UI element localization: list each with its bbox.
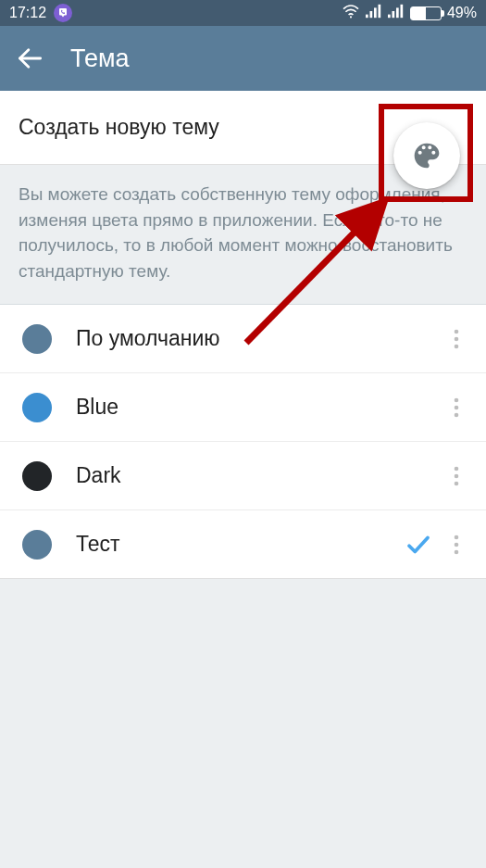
svg-point-12 (455, 344, 459, 348)
battery-icon (410, 6, 442, 20)
theme-more-button[interactable] (438, 389, 475, 426)
theme-more-button[interactable] (438, 458, 475, 495)
viber-notification-icon (54, 4, 72, 22)
statusbar-right: 49% (342, 4, 477, 22)
svg-point-0 (350, 16, 352, 18)
theme-label: Blue (52, 395, 438, 420)
svg-rect-3 (374, 7, 377, 18)
svg-rect-6 (392, 11, 394, 18)
svg-point-16 (455, 466, 459, 471)
theme-label: Dark (52, 463, 438, 488)
theme-row-blue[interactable]: Blue (0, 373, 486, 442)
svg-point-13 (455, 397, 459, 402)
svg-point-14 (455, 405, 459, 409)
battery-percent-label: 49% (447, 5, 477, 21)
theme-row-default[interactable]: По умолчанию (0, 305, 486, 373)
svg-point-21 (455, 549, 459, 554)
svg-point-20 (455, 542, 459, 547)
svg-point-17 (455, 473, 459, 478)
svg-rect-5 (388, 15, 391, 19)
svg-rect-7 (396, 7, 399, 18)
theme-selected-check-icon (405, 531, 438, 559)
theme-label: По умолчанию (52, 326, 438, 351)
signal-sim1-icon (366, 4, 382, 22)
svg-point-18 (455, 481, 459, 485)
svg-rect-1 (366, 15, 368, 19)
theme-swatch (22, 393, 52, 422)
statusbar-left: 17:12 (9, 4, 72, 22)
theme-more-button[interactable] (438, 526, 475, 563)
theme-list: По умолчанию Blue Dark Тест (0, 305, 486, 579)
statusbar: 17:12 49% (0, 0, 486, 26)
wifi-icon (342, 4, 360, 22)
theme-more-button[interactable] (438, 321, 475, 358)
back-arrow-icon[interactable] (17, 45, 43, 71)
theme-label: Тест (52, 532, 405, 557)
theme-swatch (22, 530, 52, 560)
palette-icon (412, 141, 442, 170)
svg-rect-4 (378, 5, 380, 18)
svg-point-11 (455, 336, 459, 341)
svg-rect-8 (400, 5, 403, 18)
svg-point-19 (455, 535, 459, 539)
status-time: 17:12 (9, 5, 46, 21)
theme-swatch (22, 324, 52, 354)
theme-row-dark[interactable]: Dark (0, 442, 486, 510)
create-theme-fab[interactable] (393, 122, 460, 189)
signal-sim2-icon (388, 4, 405, 22)
svg-point-10 (455, 329, 459, 333)
battery-fill (411, 7, 426, 19)
create-theme-label: Создать новую тему (19, 115, 219, 140)
svg-rect-2 (369, 11, 372, 18)
svg-point-15 (455, 412, 459, 417)
theme-swatch (22, 461, 52, 491)
theme-row-test[interactable]: Тест (0, 510, 486, 579)
page-title: Тема (70, 44, 130, 73)
appbar: Тема (0, 26, 486, 91)
